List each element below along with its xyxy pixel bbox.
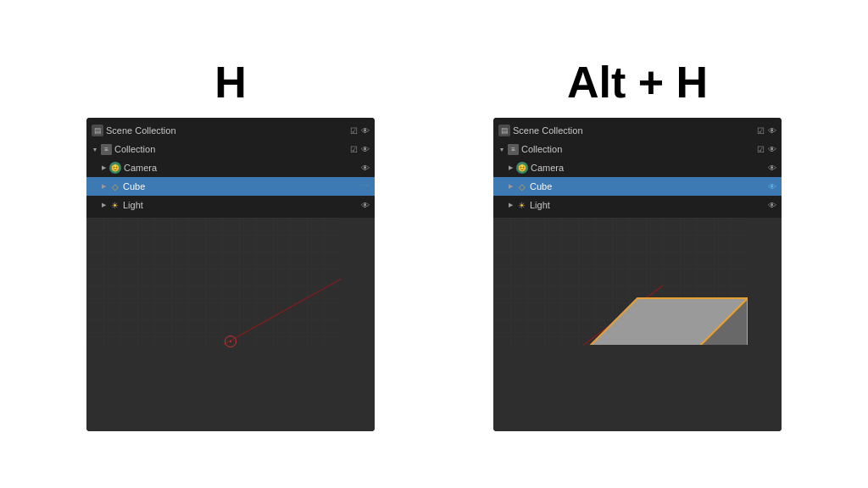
light-label-left: Light	[123, 200, 143, 210]
eye-icon-cube-right: 👁	[768, 182, 776, 191]
svg-rect-0	[86, 218, 341, 345]
outliner-right: Scene Collection ☑ 👁 Collection ☑ 👁	[493, 118, 782, 218]
eye-icon-cam-left: 👁	[361, 164, 370, 173]
arrow-cube-right	[507, 183, 514, 190]
eye-hidden-icon-left: 〰	[359, 180, 370, 192]
light-row-left: ☀ Light 👁	[86, 196, 375, 214]
camera-label-left: Camera	[124, 163, 157, 173]
viewport-left[interactable]	[86, 218, 375, 431]
arrow-light-right	[507, 202, 514, 208]
eye-icon-light-left: 👁	[361, 201, 370, 210]
cube-row-left[interactable]: ◇ Cube 〰	[86, 177, 375, 196]
eye-icon-light-right: 👁	[768, 201, 776, 210]
blender-window-left: Scene Collection ☑ 👁 Collection ☑ 👁	[86, 118, 375, 431]
origin-dot-left	[230, 341, 231, 342]
shortcut-label-alth: Alt + H	[567, 57, 708, 108]
scene-collection-label-left: Scene Collection	[106, 125, 176, 136]
cube-label-right: Cube	[530, 181, 552, 191]
right-panel: Alt + H Scene Collection ☑ 👁 Collec	[434, 57, 841, 431]
left-panel: H Scene Collection ☑ 👁 Collection	[27, 57, 434, 431]
light-icon-right: ☀	[516, 200, 527, 211]
arrow-camera-right	[507, 164, 514, 171]
scene-collection-row-left: Scene Collection ☑ 👁	[86, 121, 375, 140]
grid-svg-left	[86, 218, 341, 345]
cube-icon-left: ◇	[109, 181, 120, 192]
collection-icon-right	[508, 144, 519, 155]
arrow-cube-left	[100, 183, 107, 190]
arrow-camera-left	[100, 164, 107, 171]
eye-icon-coll-right: 👁	[768, 145, 776, 154]
viewport-right[interactable]	[493, 218, 782, 431]
grid-svg-right	[493, 218, 748, 345]
collection-label-right: Collection	[521, 144, 562, 154]
light-icon-left: ☀	[109, 200, 120, 211]
eye-icon-sc-right: 👁	[768, 126, 776, 136]
eye-icon-sc-left: 👁	[361, 126, 370, 136]
check-icon-coll-right: ☑	[757, 145, 765, 154]
collection-row-right: Collection ☑ 👁	[493, 140, 782, 158]
camera-label-right: Camera	[531, 163, 564, 173]
scene-collection-label-right: Scene Collection	[513, 125, 583, 136]
check-icon-right: ☑	[757, 126, 765, 136]
eye-icon-cam-right: 👁	[768, 164, 776, 173]
arrow-light-left	[100, 202, 107, 208]
scene-icon-left	[92, 125, 103, 136]
main-container: H Scene Collection ☑ 👁 Collection	[0, 0, 868, 488]
scene-icon-right	[498, 125, 510, 136]
light-row-right: ☀ Light 👁	[493, 196, 782, 214]
collection-icon-left	[101, 144, 112, 155]
shortcut-label-h: H	[214, 57, 247, 108]
camera-row-left: 😊 Camera 👁	[86, 158, 375, 177]
cube-label-left: Cube	[123, 181, 145, 191]
light-label-right: Light	[530, 200, 550, 210]
camera-row-right: 😊 Camera 👁	[493, 158, 782, 177]
cube-icon-right: ◇	[516, 181, 527, 192]
arrow-collection-right	[498, 146, 505, 152]
check-icon-coll-left: ☑	[350, 145, 358, 154]
arrow-collection-left	[92, 146, 98, 152]
camera-icon-left: 😊	[109, 162, 121, 174]
outliner-left: Scene Collection ☑ 👁 Collection ☑ 👁	[86, 118, 375, 218]
eye-icon-coll-left: 👁	[361, 145, 370, 154]
collection-row-left: Collection ☑ 👁	[86, 140, 375, 158]
scene-collection-row-right: Scene Collection ☑ 👁	[493, 121, 782, 140]
check-icon-left: ☑	[350, 126, 358, 136]
camera-icon-right: 😊	[516, 162, 528, 174]
cube-row-right[interactable]: ◇ Cube 👁	[493, 177, 782, 196]
blender-window-right: Scene Collection ☑ 👁 Collection ☑ 👁	[493, 118, 782, 431]
collection-label-left: Collection	[114, 144, 155, 154]
